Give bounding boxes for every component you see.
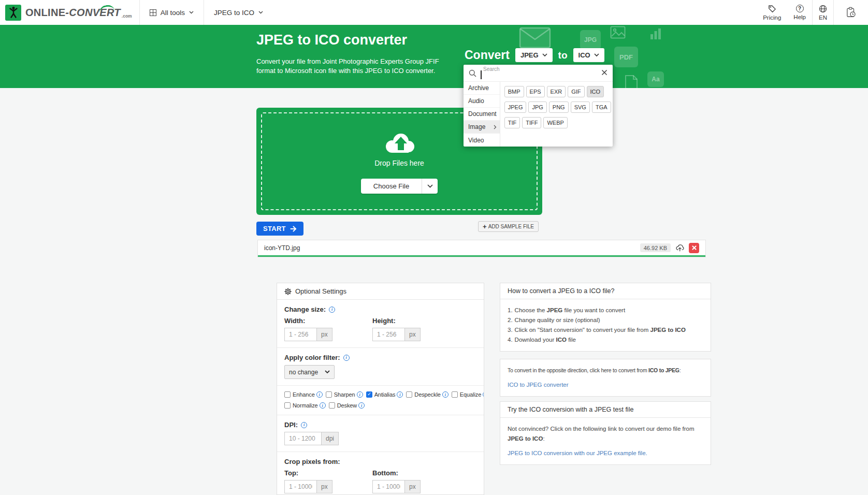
- brand-online: ONLINE: [25, 7, 65, 19]
- choose-file-button[interactable]: Choose File: [361, 179, 422, 194]
- pricing-link[interactable]: Pricing: [757, 0, 787, 25]
- chevron-down-icon: [427, 184, 433, 188]
- hero-banner: JPG PDF Aa JPEG to ICO converter Convert…: [0, 25, 868, 88]
- checkbox-icon: [329, 402, 335, 409]
- height-input[interactable]: [372, 328, 405, 341]
- dpi-unit: dpi: [322, 432, 339, 445]
- start-conversion-button[interactable]: START: [256, 222, 303, 236]
- ico-to-jpeg-link[interactable]: ICO to JPEG converter: [508, 380, 569, 390]
- deskew-checkbox[interactable]: Deskew: [329, 402, 365, 409]
- despeckle-checkbox[interactable]: Despeckle: [406, 391, 448, 398]
- text-caret: [481, 70, 482, 79]
- start-label: START: [263, 225, 286, 232]
- brand-com: .com: [122, 13, 132, 19]
- example-file-link[interactable]: JPEG to ICO conversion with our JPEG exa…: [508, 448, 647, 458]
- opposite-direction-body: To convert in the opposite direction, cl…: [500, 359, 711, 396]
- crop-bottom-input[interactable]: [372, 480, 405, 493]
- upload-cloud-icon: [379, 129, 419, 155]
- format-option-jpg[interactable]: JPG: [528, 101, 546, 113]
- format-option-bmp[interactable]: BMP: [504, 86, 524, 97]
- search-icon: [469, 69, 476, 77]
- info-icon[interactable]: [397, 391, 403, 398]
- all-tools-menu[interactable]: All tools: [139, 0, 204, 25]
- target-format-select[interactable]: ICO: [573, 48, 604, 62]
- crop-section: Crop pixels from: Top: px Bottom: px: [277, 452, 484, 495]
- plus-icon: [483, 223, 487, 230]
- file-name: icon-YTD.jpg: [264, 244, 300, 252]
- format-option-gif[interactable]: GIF: [568, 86, 584, 97]
- converter-menu[interactable]: JPEG to ICO: [204, 0, 273, 25]
- dpi-input[interactable]: [284, 432, 322, 445]
- info-icon[interactable]: [483, 391, 484, 398]
- crop-label: Crop pixels from:: [284, 458, 476, 465]
- price-tag-icon: [768, 5, 776, 13]
- globe-icon: [819, 5, 827, 13]
- conversion-history-button[interactable]: [834, 0, 868, 25]
- format-search-row[interactable]: Search: [464, 65, 613, 82]
- chevron-down-icon: [594, 53, 599, 57]
- category-archive[interactable]: Archive: [464, 82, 500, 95]
- format-option-tga[interactable]: TGA: [592, 101, 611, 113]
- convert-label: Convert: [465, 48, 510, 62]
- format-option-exr[interactable]: EXR: [547, 86, 566, 97]
- format-option-svg[interactable]: SVG: [571, 101, 590, 113]
- crop-top-unit: px: [317, 480, 332, 493]
- format-option-jpeg[interactable]: JPEG: [504, 101, 527, 113]
- source-format-select[interactable]: JPEG: [515, 48, 553, 62]
- uploaded-file-row: icon-YTD.jpg 46.92 KB: [257, 240, 706, 257]
- crop-bottom-unit: px: [405, 480, 421, 493]
- choose-file-group: Choose File: [361, 179, 438, 194]
- info-icon[interactable]: [329, 307, 335, 313]
- chevron-down-icon: [542, 53, 547, 57]
- remove-file-button[interactable]: [689, 243, 699, 253]
- category-image[interactable]: Image: [464, 121, 500, 134]
- antialias-checkbox[interactable]: Antialias: [366, 391, 403, 398]
- pricing-label: Pricing: [763, 14, 781, 21]
- info-icon[interactable]: [316, 391, 323, 398]
- clipboard-clock-icon: [845, 7, 857, 18]
- height-input-group: px: [372, 328, 440, 341]
- info-icon[interactable]: [358, 402, 365, 409]
- brand-logo[interactable]: ONLINE-CONVERT.com: [0, 0, 139, 25]
- close-dropdown-button[interactable]: [601, 69, 608, 76]
- info-icon[interactable]: [343, 355, 350, 361]
- howto-step-1: 1.Choose the JPEG file you want to conve…: [508, 305, 703, 315]
- color-filter-select[interactable]: no change: [284, 365, 335, 379]
- language-label: EN: [819, 14, 827, 21]
- source-format-value: JPEG: [520, 51, 539, 59]
- change-size-label: Change size:: [284, 305, 476, 313]
- checkbox-icon: [406, 391, 412, 398]
- format-option-tiff[interactable]: TIFF: [522, 117, 541, 128]
- upload-status-icon: [675, 244, 684, 252]
- nav-spacer: [273, 0, 757, 25]
- width-input[interactable]: [284, 328, 317, 341]
- category-video[interactable]: Video: [464, 134, 500, 147]
- opposite-direction-text: To convert in the opposite direction, cl…: [508, 366, 703, 375]
- help-link[interactable]: Help: [787, 0, 812, 25]
- crop-bottom-input-group: px: [372, 480, 440, 493]
- category-audio[interactable]: Audio: [464, 95, 500, 108]
- language-selector[interactable]: EN: [813, 0, 833, 25]
- format-option-ico[interactable]: ICO: [587, 86, 604, 97]
- normalize-checkbox[interactable]: Normalize: [284, 402, 326, 409]
- add-sample-file-button[interactable]: ADD SAMPLE FILE: [478, 221, 539, 232]
- all-tools-label: All tools: [161, 9, 185, 17]
- choose-file-dropdown-toggle[interactable]: [422, 179, 438, 194]
- enhance-checkbox[interactable]: Enhance: [284, 391, 323, 398]
- checkbox-icon: [284, 391, 291, 398]
- height-unit: px: [405, 328, 421, 341]
- crop-top-input[interactable]: [284, 480, 317, 493]
- info-icon[interactable]: [357, 391, 363, 398]
- info-icon[interactable]: [320, 402, 326, 409]
- format-option-tif[interactable]: TIF: [504, 117, 520, 128]
- upload-progress-bar: [258, 255, 705, 257]
- sharpen-checkbox[interactable]: Sharpen: [326, 391, 363, 398]
- info-icon[interactable]: [301, 422, 307, 428]
- format-category-list: Archive Audio Document Image Video: [464, 82, 500, 147]
- format-option-eps[interactable]: EPS: [526, 86, 545, 97]
- format-option-png[interactable]: PNG: [549, 101, 569, 113]
- format-option-webp[interactable]: WEBP: [543, 117, 567, 128]
- info-icon[interactable]: [442, 391, 449, 398]
- category-document[interactable]: Document: [464, 108, 500, 121]
- equalize-checkbox[interactable]: Equalize: [452, 391, 484, 398]
